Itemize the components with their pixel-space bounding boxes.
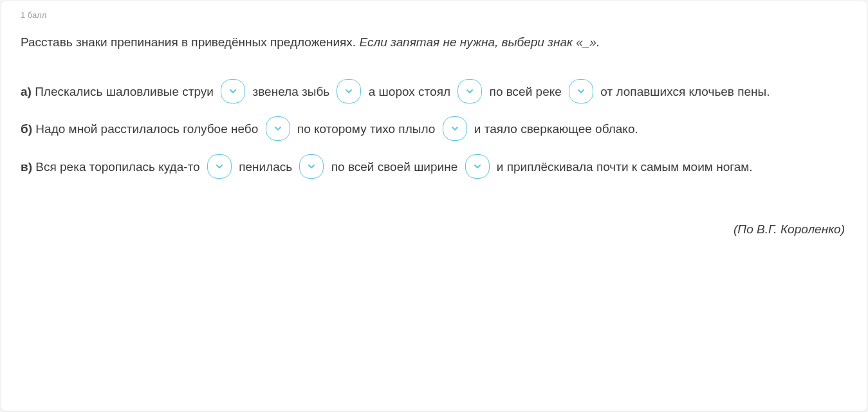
sentence-c-part3: по всей своей ширине bbox=[328, 160, 461, 174]
sentence-c-label: в) bbox=[21, 160, 32, 174]
dropdown-c-2[interactable] bbox=[299, 154, 324, 179]
dropdown-a-3[interactable] bbox=[457, 79, 482, 103]
score-label: 1 балл bbox=[21, 10, 847, 20]
sentence-b-label: б) bbox=[21, 122, 32, 136]
dropdown-c-1[interactable] bbox=[207, 154, 232, 179]
chevron-down-icon bbox=[465, 86, 475, 96]
sentences-block: а) Плескались шаловливые струи звенела з… bbox=[21, 73, 847, 187]
dropdown-c-3[interactable] bbox=[465, 154, 490, 179]
sentence-b-part2: по которому тихо плыло bbox=[294, 122, 439, 136]
instruction-main: Расставь знаки препинания в приведённых … bbox=[21, 35, 359, 49]
dropdown-a-4[interactable] bbox=[569, 79, 593, 103]
dropdown-b-2[interactable] bbox=[443, 116, 467, 141]
dropdown-b-1[interactable] bbox=[266, 116, 290, 141]
chevron-down-icon bbox=[214, 161, 225, 172]
sentence-c-part4: и приплёскивала почти к самым моим ногам… bbox=[494, 160, 753, 174]
dropdown-a-2[interactable] bbox=[337, 79, 361, 103]
attribution-text: (По В.Г. Короленко) bbox=[21, 222, 847, 237]
chevron-down-icon bbox=[450, 123, 460, 134]
chevron-down-icon bbox=[228, 86, 238, 96]
chevron-down-icon bbox=[273, 123, 283, 134]
sentence-b-part1: Надо мной расстилалось голубое небо bbox=[32, 122, 262, 136]
chevron-down-icon bbox=[472, 161, 483, 172]
sentence-c-part2: пенилась bbox=[235, 160, 296, 174]
chevron-down-icon bbox=[306, 161, 317, 172]
instruction-hint: Если запятая не нужна, выбери знак «_». bbox=[359, 35, 600, 49]
chevron-down-icon bbox=[344, 86, 354, 96]
instruction-text: Расставь знаки препинания в приведённых … bbox=[21, 34, 847, 51]
dropdown-a-1[interactable] bbox=[221, 79, 245, 103]
sentence-a-part5: от лопавшихся клочьев пены. bbox=[597, 85, 770, 98]
sentence-a-label: а) bbox=[21, 85, 32, 98]
exercise-card: 1 балл Расставь знаки препинания в приве… bbox=[1, 1, 867, 411]
sentence-a-part3: а шорох стоял bbox=[365, 85, 454, 98]
sentence-b-part3: и таяло сверкающее облако. bbox=[471, 122, 638, 136]
sentence-a-part2: звенела зыбь bbox=[249, 85, 333, 98]
sentence-a-part4: по всей реке bbox=[486, 85, 565, 98]
sentence-c-part1: Вся река торопилась куда-то bbox=[32, 160, 203, 174]
sentence-a-part1: Плескались шаловливые струи bbox=[32, 85, 217, 98]
chevron-down-icon bbox=[576, 86, 586, 96]
